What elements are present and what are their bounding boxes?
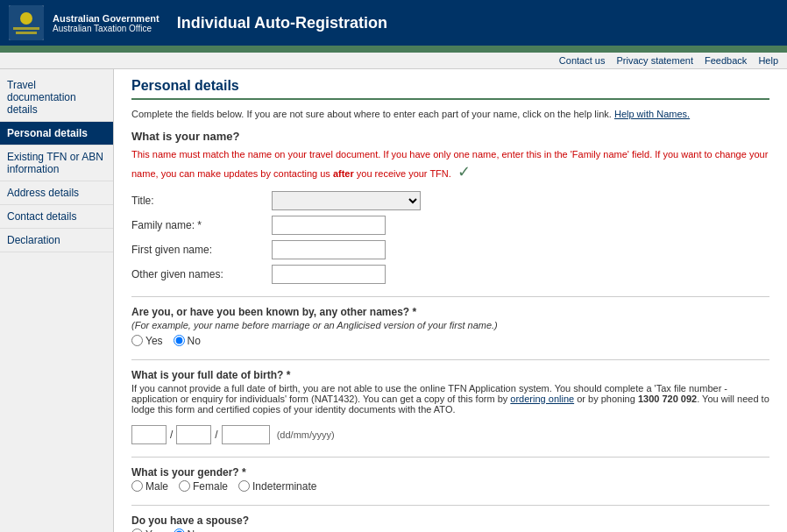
other-names-yes-label[interactable]: Yes [131,335,163,347]
gender-section: What is your gender? * Male Female Indet… [131,466,769,493]
spouse-yes-radio[interactable] [131,528,143,532]
first-given-name-label: First given name: [131,244,272,256]
divider-4 [131,505,769,506]
spouse-section: Do you have a spouse? Yes No If yes, wha… [131,514,769,532]
title-label: Title: [131,195,272,207]
feedback-link[interactable]: Feedback [705,55,747,66]
sidebar: Travel documentation details Personal de… [0,69,114,532]
dob-question: What is your full date of birth? * [131,369,769,381]
ordering-online-link[interactable]: ordering online [510,394,574,404]
dob-section: What is your full date of birth? * If yo… [131,369,769,444]
page-heading: Personal details [131,78,769,100]
privacy-link[interactable]: Privacy statement [617,55,693,66]
header: Australian Government Australian Taxatio… [0,0,787,46]
other-given-names-row: Other given names: [131,265,769,284]
divider-2 [131,359,769,360]
family-name-row: Family name: * [131,216,769,235]
dob-sep2: / [215,429,217,441]
check-icon: ✓ [457,163,471,181]
name-section: What is your name? This name must match … [131,130,769,284]
dob-info: If you cannot provide a full date of bir… [131,383,769,415]
contact-link[interactable]: Contact us [559,55,606,66]
main-layout: Travel documentation details Personal de… [0,69,787,532]
gender-female-label[interactable]: Female [179,480,228,493]
title-row: Title: Mr Mrs Miss Ms Dr [131,191,769,210]
gender-female-radio[interactable] [179,480,190,492]
spouse-no-radio[interactable] [174,528,185,532]
family-name-input[interactable] [272,216,386,235]
sidebar-item-address-details[interactable]: Address details [0,181,113,205]
gender-male-radio[interactable] [131,480,143,492]
other-names-question: Are you, or have you been known by, any … [131,306,769,318]
top-links: Contact us Privacy statement Feedback He… [0,53,787,69]
dob-row: / / (dd/mm/yyyy) [131,425,769,444]
gender-indeterminate-radio[interactable] [238,480,250,492]
other-names-no-label[interactable]: No [174,335,201,347]
first-given-name-input[interactable] [272,240,386,259]
gov-logo [9,5,44,40]
dob-year-input[interactable] [222,425,270,444]
gender-question: What is your gender? * [131,466,769,479]
help-link[interactable]: Help [758,55,778,66]
gender-male-label[interactable]: Male [131,480,168,493]
dob-format-label: (dd/mm/yyyy) [277,429,335,440]
spouse-yes-label[interactable]: Yes [131,528,163,532]
help-names-link[interactable]: Help with Names. [614,109,690,119]
content-area: Personal details Complete the fields bel… [114,69,787,532]
other-names-section: Are you, or have you been known by, any … [131,306,769,347]
family-name-label: Family name: * [131,219,272,231]
intro-text: Complete the fields below. If you are no… [131,109,769,119]
sidebar-item-existing-tfn[interactable]: Existing TFN or ABN information [0,145,113,181]
name-section-title: What is your name? [131,130,769,143]
sidebar-item-contact-details[interactable]: Contact details [0,205,113,229]
other-given-names-label: Other given names: [131,268,272,280]
dob-day-input[interactable] [131,425,167,444]
sidebar-item-declaration[interactable]: Declaration [0,229,113,252]
dob-month-input[interactable] [176,425,211,444]
nav-bar [0,46,787,53]
name-warning: This name must match the name on your tr… [131,148,769,184]
other-names-sub: (For example, your name before marriage … [131,320,769,330]
sidebar-item-personal-details[interactable]: Personal details [0,122,113,145]
dob-sep1: / [170,429,173,441]
divider-3 [131,457,769,458]
svg-rect-2 [13,27,39,30]
page-title-header: Individual Auto-Registration [177,14,387,32]
gov-text: Australian Government Australian Taxatio… [53,13,160,33]
gov-name: Australian Government [53,13,160,24]
svg-point-1 [20,12,32,25]
gender-radio-group: Male Female Indeterminate [131,480,769,493]
other-given-names-input[interactable] [272,265,386,284]
other-names-no-radio[interactable] [174,335,185,346]
divider-1 [131,296,769,297]
svg-rect-3 [16,32,37,34]
spouse-question: Do you have a spouse? [131,514,769,527]
title-select[interactable]: Mr Mrs Miss Ms Dr [272,191,421,210]
other-names-yes-radio[interactable] [131,335,143,346]
spouse-radio-group: Yes No [131,528,769,532]
sidebar-item-travel-docs[interactable]: Travel documentation details [0,74,113,122]
spouse-no-label[interactable]: No [174,528,201,532]
other-names-radio-group: Yes No [131,335,769,347]
gender-indeterminate-label[interactable]: Indeterminate [238,480,316,493]
first-given-name-row: First given name: [131,240,769,259]
office-name: Australian Taxation Office [53,24,160,33]
